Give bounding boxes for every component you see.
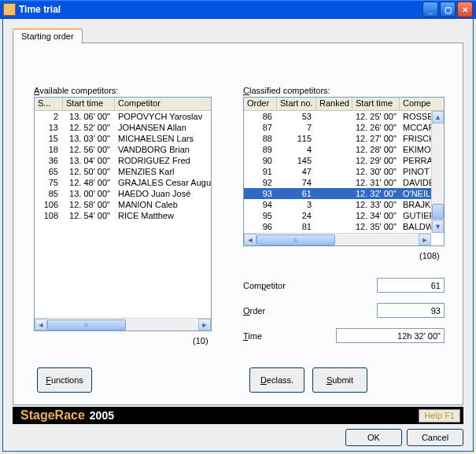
table-row[interactable]: 1312. 52' 00"JOHANSEN Allan [35,122,211,133]
col-competitor2[interactable]: Compe [400,98,444,110]
table-row[interactable]: 1812. 56' 00"VANDBORG Brian [35,144,211,155]
classified-hscroll[interactable]: ◄ ≡ ► [244,233,431,245]
close-button[interactable]: ✕ [457,2,473,17]
tabstrip: Starting order [13,28,83,44]
tab-panel: Available competitors: S... Start time C… [13,42,463,405]
competitor-input[interactable] [377,278,445,293]
table-row[interactable]: 7512. 48' 00"GRAJALES Cesar Augu [35,177,211,188]
table-row[interactable]: 914712. 30' 00"PINOT [244,166,431,177]
hscroll-thumb[interactable]: ≡ [256,234,335,245]
col-starttime[interactable]: Start time [63,98,115,110]
hscroll-track[interactable]: ≡ [256,234,419,245]
hscroll-right-icon[interactable]: ► [198,319,211,330]
hscroll-right-icon[interactable]: ► [419,234,431,245]
help-button[interactable]: Help F1 [419,409,460,423]
tab-starting-order[interactable]: Starting order [13,28,83,44]
table-row[interactable]: 213. 06' 00"POPOVYCH Yaroslav [35,111,211,122]
classified-header: Order Start no. Ranked Start time Compe [244,98,444,111]
table-row[interactable]: 8811512. 27' 00"FRISCH [244,133,431,144]
submit-button[interactable]: Submit [312,367,367,393]
app-name: StageRace [20,408,85,423]
col-startno[interactable]: S... [35,98,63,110]
branding-bar: StageRace 2005 Help F1 [13,407,463,424]
col-competitor[interactable]: Competitor [115,98,211,110]
table-row[interactable]: 10612. 58' 00"MANION Caleb [35,199,211,210]
ok-button[interactable]: OK [345,429,402,446]
classified-vscroll[interactable]: ▲ ▼ [431,111,444,233]
declass-button[interactable]: Declass. [249,367,304,393]
hscroll-left-icon[interactable]: ◄ [244,234,256,245]
window-buttons: _ ▢ ✕ [422,2,473,17]
maximize-button[interactable]: ▢ [440,2,456,17]
table-row[interactable]: 865312. 25' 00"ROSSE [244,111,431,122]
vscroll-track[interactable] [432,124,444,220]
cancel-button[interactable]: Cancel [407,429,463,446]
window-title: Time trial [19,4,422,15]
classified-count: (108) [419,251,440,260]
competitor-label: Competitor [243,281,286,290]
available-body[interactable]: 213. 06' 00"POPOVYCH Yaroslav1312. 52' 0… [35,111,211,318]
available-hscroll[interactable]: ◄ ≡ ► [35,318,211,330]
table-row[interactable]: 6512. 50' 00"MENZIES Karl [35,166,211,177]
table-row[interactable]: 3613. 04' 00"RODRIGUEZ Fred [35,155,211,166]
col-startno2[interactable]: Start no. [277,98,316,110]
app-icon [3,3,16,16]
col-ranked[interactable]: Ranked [316,98,352,110]
available-count: (10) [193,336,208,345]
tab-label: Starting order [21,31,74,41]
vscroll-down-icon[interactable]: ▼ [432,220,444,233]
table-row[interactable]: 1513. 03' 00"MICHAELSEN Lars [35,133,211,144]
client-area: Starting order Available competitors: S.… [2,19,474,452]
order-input[interactable] [377,303,445,318]
table-row[interactable]: 9014512. 29' 00"PERRA [244,155,431,166]
hscroll-left-icon[interactable]: ◄ [35,319,47,330]
available-listview[interactable]: S... Start time Competitor 213. 06' 00"P… [34,97,212,331]
table-row[interactable]: 952412. 34' 00"GUTIEF [244,210,431,221]
time-label: Time [243,331,262,341]
table-row[interactable]: 89412. 28' 00"EKIMO [244,144,431,155]
hscroll-thumb[interactable]: ≡ [47,319,126,330]
classified-body[interactable]: 865312. 25' 00"ROSSE87712. 26' 00"MCCAR8… [244,111,431,233]
functions-button[interactable]: Functions [37,367,92,393]
time-input[interactable] [336,328,445,343]
app-year: 2005 [90,409,114,422]
classified-listview[interactable]: Order Start no. Ranked Start time Compe … [243,97,445,246]
titlebar: Time trial _ ▢ ✕ [0,0,476,19]
available-header: S... Start time Competitor [35,98,211,111]
table-row[interactable]: 10812. 54' 00"RICE Matthew [35,210,211,221]
table-row[interactable]: 936112. 32' 00"O'NEILL [244,188,431,199]
hscroll-track[interactable]: ≡ [47,319,198,330]
vscroll-up-icon[interactable]: ▲ [432,111,444,124]
table-row[interactable]: 927412. 31' 00"DAVIDE [244,177,431,188]
table-row[interactable]: 87712. 26' 00"MCCAR [244,122,431,133]
table-row[interactable]: 968112. 35' 00"BALDW [244,221,431,232]
classified-label: Classified competitors: [243,86,330,95]
minimize-button[interactable]: _ [422,2,438,17]
available-label: Available competitors: [34,86,118,95]
order-label: Order [243,306,265,316]
col-order[interactable]: Order [244,98,277,110]
col-starttime2[interactable]: Start time [352,98,400,110]
table-row[interactable]: 8513. 00' 00"HAEDO Juan José [35,188,211,199]
vscroll-thumb[interactable] [432,204,444,220]
table-row[interactable]: 94312. 33' 00"BRAJK [244,199,431,210]
